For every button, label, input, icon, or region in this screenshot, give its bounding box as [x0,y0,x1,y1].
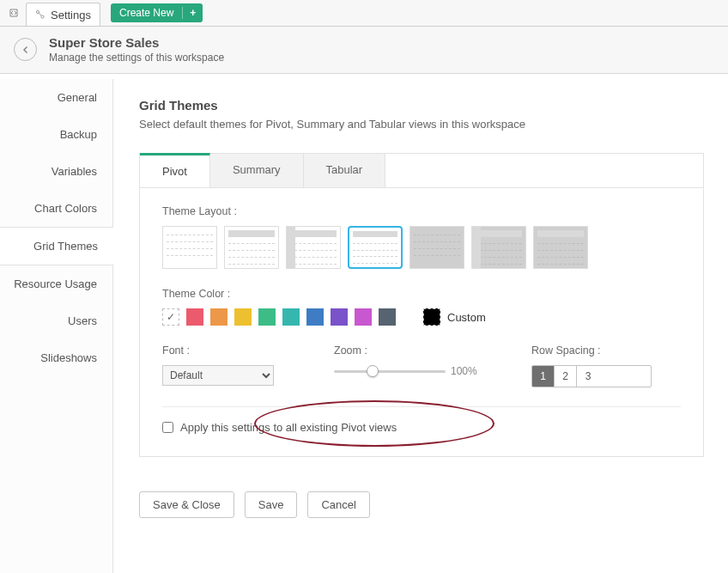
color-swatch-6[interactable] [306,308,324,326]
panel-body: Theme Layout : Theme Color : ✓Custom Fon… [140,188,703,456]
save-button[interactable]: Save [245,491,298,518]
sidebar-item-users[interactable]: Users [0,302,112,339]
sidebar-item-variables[interactable]: Variables [0,153,112,190]
sidebar-item-grid-themes[interactable]: Grid Themes [0,227,113,265]
theme-layout-row [162,226,681,269]
panel-tab-pivot[interactable]: Pivot [140,153,210,187]
panel-tabs: PivotSummaryTabular [140,154,703,188]
apply-all-checkbox[interactable] [162,422,173,433]
svg-point-0 [36,10,39,13]
settings-main: Grid Themes Select default themes for Pi… [113,79,728,573]
theme-layout-label: Theme Layout : [162,205,681,217]
tab-settings-label: Settings [51,9,91,21]
layout-tile-0[interactable] [162,226,217,269]
color-swatch-3[interactable] [234,308,252,326]
zoom-label: Zoom : [334,344,506,357]
sidebar-item-resource-usage[interactable]: Resource Usage [0,265,112,302]
row-spacing-1[interactable]: 1 [532,366,555,387]
font-select[interactable]: Default [162,365,274,386]
workspace-title: Super Store Sales [49,35,224,50]
layout-tile-4[interactable] [410,226,464,269]
section-title: Grid Themes [139,98,704,113]
sidebar-item-chart-colors[interactable]: Chart Colors [0,190,112,227]
create-new-button[interactable]: Create New + [111,3,203,22]
layout-tile-3[interactable] [348,226,403,269]
row-spacing-label: Row Spacing : [531,344,652,357]
apply-all-row: Apply this settings to all existing Pivo… [162,421,681,434]
row-spacing-3[interactable]: 3 [577,366,599,387]
app-tabstrip: Settings Create New + [0,0,728,27]
row-spacing-segmented: 123 [531,365,652,387]
create-new-label: Create New [111,7,182,19]
row-spacing-2[interactable]: 2 [555,366,577,387]
footer-buttons: Save & Close Save Cancel [139,491,704,518]
cancel-button[interactable]: Cancel [307,491,369,518]
font-label: Font : [162,344,308,357]
tab-settings[interactable]: Settings [26,3,100,26]
section-desc: Select default themes for Pivot, Summary… [139,118,704,131]
color-swatch-0[interactable]: ✓ [162,308,179,326]
sidebar-item-slideshows[interactable]: Slideshows [0,339,112,376]
panel-tab-tabular[interactable]: Tabular [304,154,386,187]
back-button[interactable] [14,38,37,61]
workspace-subtitle: Manage the settings of this workspace [49,52,224,64]
layout-tile-2[interactable] [286,226,341,269]
zoom-slider[interactable] [334,370,446,373]
color-swatch-9[interactable] [379,308,396,326]
custom-color-swatch[interactable] [423,308,440,326]
apply-all-label: Apply this settings to all existing Pivo… [180,421,397,434]
layout-tile-5[interactable] [471,226,526,269]
color-swatch-8[interactable] [355,308,372,326]
zoom-value: 100% [451,365,477,377]
svg-point-1 [41,15,44,18]
custom-color[interactable]: Custom [423,308,486,326]
color-swatch-7[interactable] [331,308,348,326]
check-icon: ✓ [167,311,175,323]
save-close-button[interactable]: Save & Close [139,491,234,518]
breadcrumb: Super Store Sales Manage the settings of… [0,27,728,74]
theme-color-label: Theme Color : [162,288,681,300]
custom-color-label: Custom [447,311,486,324]
color-swatch-4[interactable] [258,308,276,326]
color-swatch-5[interactable] [282,308,300,326]
zoom-slider-handle[interactable] [367,365,379,377]
grid-themes-panel: PivotSummaryTabular Theme Layout : Theme… [139,153,704,457]
sidebar-item-backup[interactable]: Backup [0,116,112,153]
settings-sidebar: GeneralBackupVariablesChart ColorsGrid T… [0,79,113,573]
color-swatch-1[interactable] [186,308,203,326]
settings-icon [35,9,46,20]
theme-color-row: ✓Custom [162,308,681,326]
layout-tile-6[interactable] [533,226,588,269]
layout-tile-1[interactable] [224,226,279,269]
panel-tab-summary[interactable]: Summary [210,154,304,187]
collapse-icon[interactable] [5,0,22,26]
sidebar-item-general[interactable]: General [0,79,112,116]
color-swatch-2[interactable] [210,308,228,326]
create-new-plus-icon: + [182,7,203,19]
